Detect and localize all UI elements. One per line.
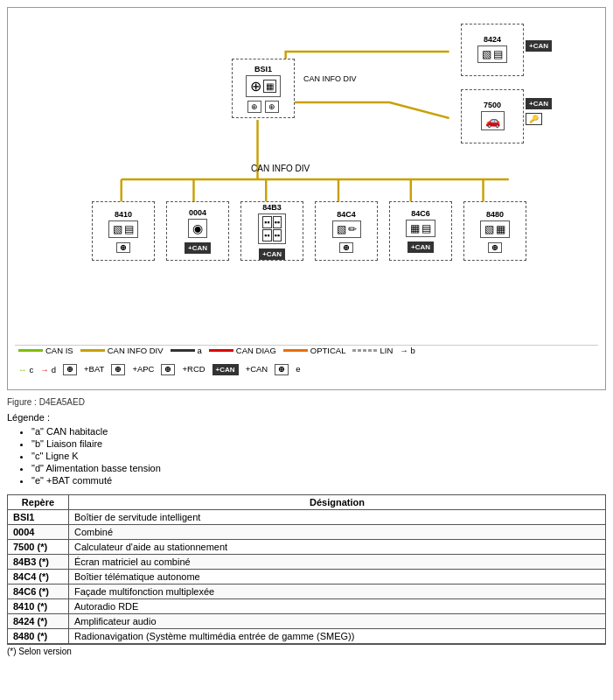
- table-row: 84C6 (*)Façade multifonction multiplexée: [8, 584, 606, 599]
- badge-key-7500: 🔑: [526, 113, 542, 125]
- cell-repere: 8410 (*): [8, 599, 69, 614]
- cell-designation: Boîtier télématique autonome: [69, 570, 606, 584]
- node-7500: 7500 🚗: [461, 89, 524, 144]
- legend-can-info-div: CAN INFO DIV: [80, 346, 164, 355]
- legend-bar: CAN IS CAN INFO DIV a CAN DIAG OPTICAL L…: [15, 345, 598, 375]
- can-info-div-label2: CAN INFO DIV: [251, 164, 310, 173]
- cell-repere: BSI1: [8, 510, 69, 525]
- node-0004: 0004 ◉ +CAN: [166, 201, 229, 261]
- node-bsi1: BSI1 ⊕ ▦ ⊕ ⊕: [232, 59, 295, 118]
- legend-can-diag: CAN DIAG: [209, 346, 276, 355]
- table-row: 84C4 (*)Boîtier télématique autonome: [8, 570, 606, 584]
- legend-lin: LIN: [352, 346, 393, 355]
- badge-bat: ⊕: [63, 364, 77, 375]
- badge-can-8424: +CAN: [526, 39, 552, 52]
- cell-designation: Autoradio RDE: [69, 599, 606, 614]
- legende-item-b: "b" Liaison filaire: [31, 438, 606, 449]
- node-8410: 8410 ▧ ▤ ⊕: [92, 201, 155, 261]
- legende-list: "a" CAN habitacle "b" Liaison filaire "c…: [7, 426, 606, 486]
- table-row: 8424 (*)Amplificateur audio: [8, 614, 606, 629]
- legend-can-is: CAN IS: [18, 346, 73, 355]
- diagram-area: BSI1 ⊕ ▦ ⊕ ⊕ CAN INFO DIV 8424 ▧ ▤ +CAN: [15, 15, 598, 382]
- badge-plus-can-1: +CAN: [212, 364, 239, 375]
- legend-a: a: [171, 346, 202, 355]
- node-8480: 8480 ▧ ▦ ⊕: [463, 201, 526, 261]
- legende-item-d: "d" Alimentation basse tension: [31, 463, 606, 473]
- legende-item-a: "a" CAN habitacle: [31, 426, 606, 437]
- legend-optical: OPTICAL: [283, 346, 346, 355]
- table-row: 0004Combiné: [8, 525, 606, 540]
- header-designation: Désignation: [69, 495, 606, 510]
- cell-repere: 84C4 (*): [8, 570, 69, 584]
- cell-designation: Combiné: [69, 525, 606, 540]
- legend-b: → b: [400, 346, 414, 355]
- badge-e: ⊕: [275, 364, 289, 375]
- node-84c4: 84C4 ▧ ✏ ⊕: [315, 201, 378, 261]
- cell-repere: 0004: [8, 525, 69, 540]
- table-row: 8410 (*)Autoradio RDE: [8, 599, 606, 614]
- table-row: BSI1Boîtier de servitude intelligent: [8, 510, 606, 525]
- table-row: 7500 (*)Calculateur d'aide au stationnem…: [8, 540, 606, 555]
- table-row: 84B3 (*)Écran matriciel au combiné: [8, 555, 606, 570]
- node-84c6: 84C6 ▦ ▤ +CAN: [389, 201, 452, 261]
- cell-repere: 8424 (*): [8, 614, 69, 629]
- cell-designation: Boîtier de servitude intelligent: [69, 510, 606, 525]
- reference-table: Repère Désignation BSI1Boîtier de servit…: [7, 494, 606, 644]
- footnote: (*) Selon version: [7, 644, 606, 656]
- cell-repere: 7500 (*): [8, 540, 69, 555]
- legende-item-c: "c" Ligne K: [31, 451, 606, 461]
- cell-repere: 84C6 (*): [8, 584, 69, 599]
- legend-c: ↔ c: [18, 364, 33, 375]
- badge-rcd: ⊕: [161, 364, 175, 375]
- cell-designation: Amplificateur audio: [69, 614, 606, 629]
- cell-repere: 8480 (*): [8, 629, 69, 644]
- badge-apc: ⊕: [111, 364, 125, 375]
- badge-can-7500: +CAN: [526, 97, 552, 109]
- diagram-container: BSI1 ⊕ ▦ ⊕ ⊕ CAN INFO DIV 8424 ▧ ▤ +CAN: [7, 7, 606, 390]
- figure-label: Figure : D4EA5AED: [7, 397, 606, 407]
- cell-designation: Écran matriciel au combiné: [69, 555, 606, 570]
- cell-designation: Radionavigation (Système multimédia entr…: [69, 629, 606, 644]
- node-8424: 8424 ▧ ▤: [461, 24, 524, 76]
- header-repere: Repère: [8, 495, 69, 510]
- cell-designation: Façade multifonction multiplexée: [69, 584, 606, 599]
- cell-designation: Calculateur d'aide au stationnement: [69, 540, 606, 555]
- legend-d: → d: [40, 364, 56, 375]
- can-info-div-label1: CAN INFO DIV: [303, 74, 357, 83]
- table-row: 8480 (*)Radionavigation (Système multimé…: [8, 629, 606, 644]
- legende-title: Légende :: [7, 412, 606, 423]
- cell-repere: 84B3 (*): [8, 555, 69, 570]
- node-84b3: 84B3 ▪▪ ▪▪ ▪▪ ▪▪ +CAN: [240, 201, 303, 261]
- legende-item-e: "e" +BAT commuté: [31, 475, 606, 486]
